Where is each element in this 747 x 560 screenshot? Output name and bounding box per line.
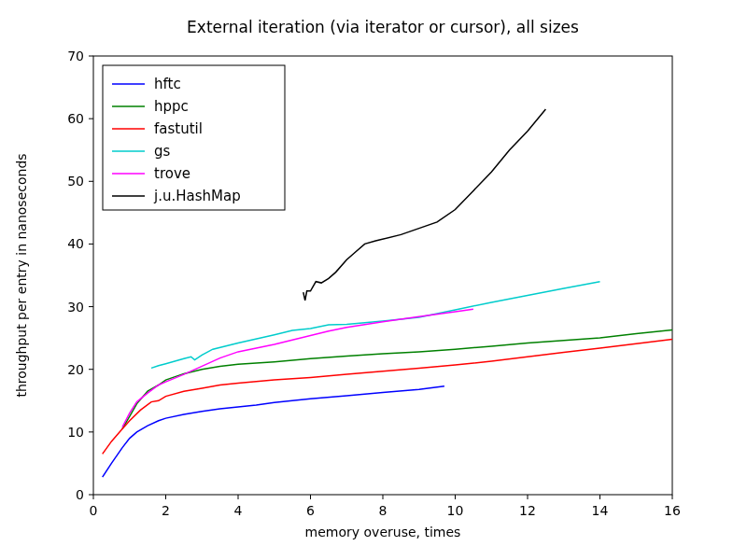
series-hftc [103, 386, 444, 477]
y-tick-label: 20 [67, 362, 84, 377]
y-tick-label: 40 [67, 236, 84, 251]
chart-title: External iteration (via iterator or curs… [187, 18, 579, 36]
x-tick-label: 10 [447, 503, 464, 518]
legend-label: j.u.HashMap [153, 188, 241, 204]
line-chart: External iteration (via iterator or curs… [0, 0, 747, 560]
x-tick-label: 16 [664, 503, 681, 518]
legend: hftchppcfastutilgstrovej.u.HashMap [103, 65, 285, 210]
y-axis-ticks: 010203040506070 [67, 49, 93, 502]
x-tick-label: 12 [519, 503, 536, 518]
x-axis-label: memory overuse, times [305, 525, 461, 539]
legend-label: hppc [154, 98, 189, 115]
x-tick-label: 0 [90, 503, 98, 518]
series-fastutil [103, 340, 672, 455]
y-tick-label: 60 [67, 111, 84, 126]
x-axis-ticks: 0246810121416 [90, 495, 681, 518]
x-tick-label: 4 [234, 503, 243, 518]
y-tick-label: 70 [67, 49, 84, 63]
series-j-u-hashmap [303, 109, 546, 301]
y-tick-label: 50 [67, 174, 84, 189]
legend-label: fastutil [154, 120, 203, 137]
legend-label: gs [154, 143, 171, 160]
x-tick-label: 2 [162, 503, 170, 518]
y-tick-label: 10 [67, 425, 84, 440]
series-hppc [122, 329, 672, 428]
legend-label: trove [154, 165, 190, 182]
x-tick-label: 14 [592, 503, 609, 518]
x-tick-label: 6 [306, 503, 315, 518]
series-gs [151, 282, 600, 369]
y-axis-label: throughput per entry in nanoseconds [14, 153, 29, 397]
y-tick-label: 0 [76, 487, 84, 502]
x-tick-label: 8 [379, 503, 388, 518]
legend-label: hftc [154, 76, 181, 92]
y-tick-label: 30 [67, 300, 84, 315]
